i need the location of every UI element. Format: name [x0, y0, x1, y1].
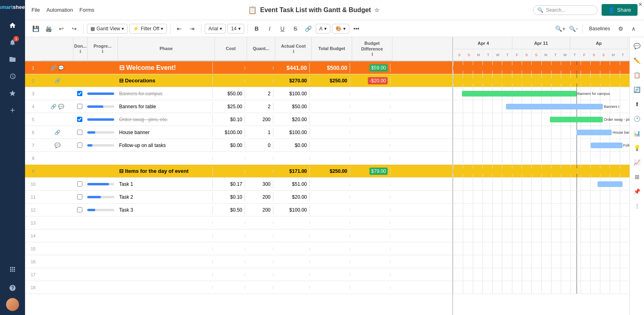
table-row[interactable]: 18: [25, 281, 452, 294]
chart-icon[interactable]: 📈: [631, 157, 643, 168]
menu-automation[interactable]: Automation: [46, 7, 73, 13]
fill-selector[interactable]: 🎨 ▾: [332, 24, 349, 34]
table-row[interactable]: 6 🔗 House banner $100.00 1 $100.00: [25, 126, 452, 139]
row-checkbox[interactable]: [77, 181, 82, 187]
table-row[interactable]: 10 Task 1 $0.17 300 $51.00: [25, 178, 452, 191]
row-checkbox[interactable]: [77, 194, 82, 200]
idea-icon[interactable]: 💡: [631, 142, 643, 153]
search-box[interactable]: 🔍 Search...: [533, 5, 598, 15]
underline-btn[interactable]: U: [277, 23, 288, 34]
refresh-icon[interactable]: 🔄: [631, 84, 643, 95]
undo-button[interactable]: ↩: [56, 23, 67, 34]
link-icon[interactable]: 🔗: [55, 130, 61, 135]
table-row[interactable]: 15: [25, 242, 452, 255]
row-phase-cell[interactable]: Task 3: [116, 206, 213, 214]
row-phase-cell[interactable]: Task 1: [116, 180, 213, 189]
table-row[interactable]: 12 Task 3 $0.50 200 $100.00: [25, 204, 452, 216]
row-phase-cell[interactable]: ⊟ Welcome Event!: [116, 62, 213, 73]
outdent-btn[interactable]: ⇥: [187, 23, 198, 34]
font-selector[interactable]: Arial ▾: [205, 24, 226, 34]
comments-icon[interactable]: 💬: [631, 40, 643, 52]
table-row[interactable]: 8: [25, 152, 452, 165]
table-row[interactable]: 1 🔗💬 ⊟ Welcome Event! $441.00 $500.00 $5…: [25, 61, 452, 74]
comment-icon[interactable]: 💬: [58, 65, 64, 71]
save-button[interactable]: 💾: [30, 23, 41, 34]
view-selector[interactable]: ▦ Gantt View ▾: [87, 24, 128, 34]
row-phase-cell[interactable]: Banners for table: [116, 102, 213, 111]
comment-icon[interactable]: 💬: [58, 104, 64, 109]
indent-btn[interactable]: ⇤: [174, 23, 185, 34]
table-row[interactable]: 9 ⊟ Items for the day of event $171.00 $…: [25, 165, 452, 178]
row-phase-cell[interactable]: Order swag - pins, etc.: [116, 115, 213, 124]
sidebar-item-recents[interactable]: [5, 69, 20, 84]
color-selector[interactable]: A ▾: [316, 24, 330, 34]
row-phase-cell[interactable]: [116, 286, 213, 289]
filter-selector[interactable]: ⚡ Filter Off ▾: [129, 24, 167, 34]
row-phase-cell[interactable]: [116, 157, 213, 160]
table-row[interactable]: 16: [25, 255, 452, 268]
row-phase-cell[interactable]: ⊟ Decorations: [116, 76, 213, 85]
sidebar-item-favorites[interactable]: [5, 86, 20, 101]
link-icon[interactable]: 🔗: [50, 65, 57, 71]
edit-icon[interactable]: ✏️: [631, 55, 643, 66]
sidebar-item-help[interactable]: [5, 281, 20, 295]
sidebar-item-apps[interactable]: [5, 262, 20, 277]
menu-forms[interactable]: Forms: [80, 7, 94, 13]
table-row[interactable]: 7 💬 Follow-up on all tasks $0.00 0 $0.00: [25, 139, 452, 152]
table-row[interactable]: 5 Order swag - pins, etc. $0.10 200 $20.…: [25, 113, 452, 126]
bold-btn[interactable]: B: [251, 23, 262, 34]
link-icon[interactable]: 🔗: [50, 104, 57, 109]
table-row[interactable]: 11 Task 2 $0.10 200 $20.00: [25, 191, 452, 204]
history-icon[interactable]: 🕐: [631, 113, 643, 124]
italic-btn[interactable]: I: [264, 23, 275, 34]
row-phase-cell[interactable]: [116, 234, 213, 237]
print-button[interactable]: 🖨️: [43, 23, 54, 34]
table-row[interactable]: 17: [25, 268, 452, 281]
table-row[interactable]: 4 🔗💬 Banners for table $25.00 2 $50.00: [25, 100, 452, 113]
size-selector[interactable]: 14 ▾: [227, 24, 244, 34]
row-phase-cell[interactable]: House banner: [116, 128, 213, 137]
row-checkbox[interactable]: [77, 130, 82, 135]
row-checkbox[interactable]: [77, 91, 82, 96]
zoom-out-btn[interactable]: 🔍-: [568, 23, 579, 34]
row-phase-cell[interactable]: ⊟ Items for the day of event: [116, 166, 213, 176]
row-phase-cell[interactable]: Banners for campus: [116, 89, 213, 98]
grid-icon[interactable]: ⊞: [631, 171, 643, 183]
zoom-in-btn[interactable]: 🔍+: [555, 23, 566, 34]
row-phase-cell[interactable]: [116, 247, 213, 250]
pin-icon[interactable]: 📌: [631, 186, 643, 197]
favorite-star[interactable]: ☆: [374, 7, 380, 13]
sidebar-item-home[interactable]: [5, 18, 20, 33]
baselines-button[interactable]: Baselines: [586, 24, 613, 33]
upload-icon[interactable]: ⬆: [631, 99, 643, 110]
row-phase-cell[interactable]: Task 2: [116, 193, 213, 202]
sidebar-item-browse[interactable]: [5, 52, 20, 67]
row-phase-cell[interactable]: [116, 273, 213, 276]
link-icon[interactable]: 🔗: [55, 78, 61, 84]
sidebar-item-notifications[interactable]: 1: [5, 35, 20, 50]
row-phase-cell[interactable]: Follow-up on all tasks: [116, 141, 213, 150]
table-row[interactable]: 3 Banners for campus $50.00 2 $100.00: [25, 87, 452, 100]
link-btn[interactable]: 🔗: [303, 23, 314, 34]
user-avatar[interactable]: [6, 298, 19, 311]
sidebar-item-new[interactable]: [5, 103, 20, 118]
table-row[interactable]: 2 🔗 ⊟ Decorations $270.00 $250.00 -$20.0…: [25, 74, 452, 87]
table-row[interactable]: 14: [25, 229, 452, 242]
report-icon[interactable]: 📊: [631, 128, 643, 139]
table-row[interactable]: 13: [25, 216, 452, 229]
more-options[interactable]: •••: [351, 23, 362, 34]
strikethrough-btn[interactable]: S: [290, 23, 301, 34]
copy-icon[interactable]: 📋: [631, 69, 643, 81]
row-checkbox[interactable]: [77, 104, 82, 109]
more-icon[interactable]: ⋮: [631, 200, 643, 212]
row-phase-cell[interactable]: [116, 221, 213, 225]
row-checkbox[interactable]: [77, 143, 82, 148]
row-checkbox[interactable]: [77, 207, 82, 212]
settings-btn[interactable]: ⚙: [615, 23, 626, 34]
row-checkbox[interactable]: [77, 117, 82, 122]
comment-icon[interactable]: 💬: [55, 143, 61, 148]
row-phase-cell[interactable]: [116, 260, 213, 263]
menu-file[interactable]: File: [31, 7, 40, 13]
collapse-btn[interactable]: ∧: [628, 23, 639, 34]
share-button[interactable]: 👤 Share: [602, 4, 638, 16]
